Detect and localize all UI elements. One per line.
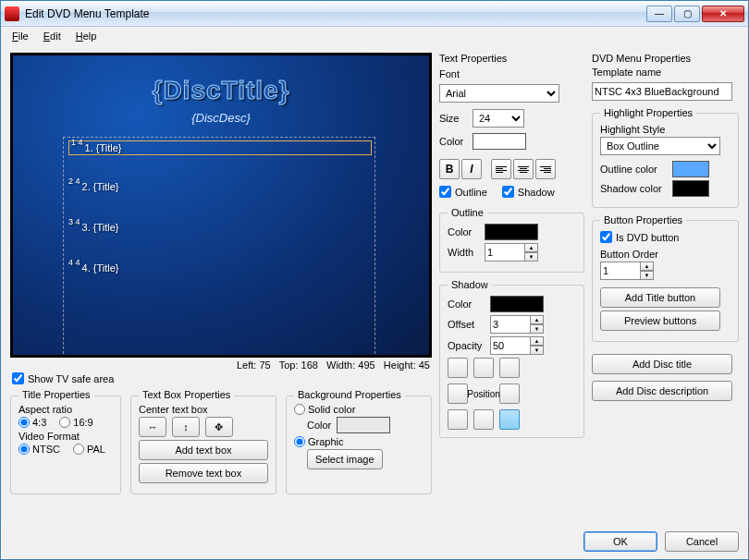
cancel-button[interactable]: Cancel xyxy=(665,531,739,552)
outline-width-input[interactable] xyxy=(485,243,525,262)
select-image-button[interactable]: Select image xyxy=(307,449,383,469)
pos-ml[interactable] xyxy=(448,383,468,404)
shadow-group: Shadow Color Offset ▲▼ Opacity ▲▼ Positi… xyxy=(439,279,584,438)
menubar: File Edit Help xyxy=(1,27,748,45)
video-format-label: Video Format xyxy=(18,431,113,442)
title-properties-group: Title Properties Aspect ratio 4:3 16:9 V… xyxy=(10,396,121,494)
button-order-down[interactable]: ▼ xyxy=(640,271,654,280)
text-properties-header: Text Properties xyxy=(439,53,584,64)
button-order-input[interactable] xyxy=(600,262,641,280)
shadow-offset018-up[interactable]: ▲ xyxy=(530,315,544,324)
position-label: Position xyxy=(473,383,494,404)
highlight-style-label: Highlight Style xyxy=(600,124,731,135)
shadow-offset-input[interactable] xyxy=(490,315,531,334)
align-left-button[interactable] xyxy=(491,159,511,179)
dvd-preview[interactable]: {DiscTitle} {DiscDesc} 1 41. {Title} 2 4… xyxy=(13,55,429,355)
bg-solid-radio[interactable]: Solid color xyxy=(294,404,355,415)
title-row-2[interactable]: 2 42. {Title} xyxy=(68,181,118,192)
background-properties-group: Background Properties Solid color Color … xyxy=(286,396,432,494)
aspect-ratio-label: Aspect ratio xyxy=(18,404,113,415)
shadow-offset-down[interactable]: ▼ xyxy=(530,324,544,334)
window: Edit DVD Menu Template — ▢ ✕ File Edit H… xyxy=(0,0,749,560)
titlebar: Edit DVD Menu Template — ▢ ✕ xyxy=(1,1,748,27)
pos-tl[interactable] xyxy=(448,358,468,378)
center-vert-button[interactable]: ↕ xyxy=(172,417,200,437)
ntsc-radio[interactable]: NTSC xyxy=(18,444,60,455)
button-order-label: Button Order xyxy=(600,249,731,260)
center-both-button[interactable]: ✥ xyxy=(205,417,233,437)
disc-title[interactable]: {DiscTitle} xyxy=(153,76,290,105)
outline-width-down[interactable]: ▼ xyxy=(524,252,538,262)
menu-edit[interactable]: Edit xyxy=(38,29,67,43)
title-row-1[interactable]: 1 41. {Title} xyxy=(68,140,372,155)
align-right-button[interactable] xyxy=(535,159,556,179)
menu-file[interactable]: File xyxy=(6,29,34,43)
outline-checkbox[interactable]: Outline xyxy=(439,186,487,198)
pos-br[interactable] xyxy=(499,409,520,430)
title-row-4[interactable]: 4 44. {Title} xyxy=(68,262,118,274)
app-icon xyxy=(5,6,19,21)
button-order-up[interactable]: ▲ xyxy=(640,262,654,271)
shadow-color-swatch[interactable] xyxy=(490,296,544,312)
menu-help[interactable]: Help xyxy=(70,29,103,43)
center-textbox-label: Center text box xyxy=(139,404,268,415)
template-name-input[interactable] xyxy=(592,82,732,101)
show-safe-area-checkbox[interactable]: Show TV safe area xyxy=(12,372,114,384)
textbox-properties-group: Text Box Properties Center text box ↔ ↕ … xyxy=(130,396,276,494)
highlight-style-select[interactable]: Box Outline xyxy=(600,137,720,155)
align-center-button[interactable] xyxy=(513,159,534,179)
shadow-position-grid: Position xyxy=(448,358,520,430)
outline-color-swatch[interactable] xyxy=(485,224,538,240)
add-disc-desc-button[interactable]: Add Disc description xyxy=(592,381,732,401)
pos-tc[interactable] xyxy=(473,358,494,378)
pal-radio[interactable]: PAL xyxy=(73,444,105,455)
highlight-properties-group: Highlight Properties Highlight Style Box… xyxy=(592,107,739,208)
pos-mr[interactable] xyxy=(499,383,520,404)
font-label: Font xyxy=(439,68,584,79)
selection-frame[interactable] xyxy=(63,137,375,355)
pos-tr[interactable] xyxy=(499,358,520,378)
dvd-properties-header: DVD Menu Properties xyxy=(592,53,739,64)
bg-graphic-radio[interactable]: Graphic xyxy=(294,436,344,447)
add-disc-title-button[interactable]: Add Disc title xyxy=(592,354,732,374)
aspect-169-radio[interactable]: 16:9 xyxy=(59,417,92,428)
disc-desc[interactable]: {DiscDesc} xyxy=(191,111,251,125)
highlight-shadow-swatch[interactable] xyxy=(672,180,709,197)
button-properties-group: Button Properties Is DVD button Button O… xyxy=(592,214,739,342)
template-name-label: Template name xyxy=(592,67,739,78)
title-row-3[interactable]: 3 43. {Title} xyxy=(68,222,118,233)
font-select[interactable]: Arial xyxy=(439,84,559,103)
add-textbox-button[interactable]: Add text box xyxy=(139,440,268,460)
aspect-43-radio[interactable]: 4:3 xyxy=(18,417,46,428)
italic-button[interactable]: I xyxy=(461,159,482,179)
ok-button[interactable]: OK xyxy=(583,531,657,552)
status-line: Left: 75 Top: 168 Width: 495 Height: 45 xyxy=(10,358,432,371)
dialog-footer: OK Cancel xyxy=(1,526,748,559)
minimize-button[interactable]: — xyxy=(646,6,672,22)
maximize-button[interactable]: ▢ xyxy=(674,6,700,22)
pos-bl[interactable] xyxy=(448,409,468,430)
text-color-swatch[interactable] xyxy=(473,133,526,150)
center-horiz-button[interactable]: ↔ xyxy=(139,417,166,437)
show-safe-area-input[interactable] xyxy=(12,372,24,384)
is-dvd-button-checkbox[interactable]: Is DVD button xyxy=(600,231,679,243)
highlight-outline-swatch[interactable] xyxy=(672,161,709,177)
bg-color-swatch[interactable] xyxy=(337,417,390,433)
close-button[interactable]: ✕ xyxy=(702,6,744,22)
shadow-opacity-down[interactable]: ▼ xyxy=(530,346,544,355)
pos-bc[interactable] xyxy=(473,409,494,430)
shadow-opacity-input[interactable] xyxy=(490,336,531,355)
shadow-opacity-up[interactable]: ▲ xyxy=(530,336,544,346)
outline-width-up[interactable]: ▲ xyxy=(524,243,538,252)
size-select[interactable]: 24 xyxy=(473,109,524,128)
window-title: Edit DVD Menu Template xyxy=(25,7,646,20)
add-title-button[interactable]: Add Title button xyxy=(600,287,720,308)
bold-button[interactable]: B xyxy=(439,159,460,179)
size-label: Size xyxy=(439,113,467,124)
shadow-checkbox[interactable]: Shadow xyxy=(502,186,555,198)
bg-color-label: Color xyxy=(307,420,331,431)
remove-textbox-button[interactable]: Remove text box xyxy=(139,463,268,483)
outline-group: Outline Color Width ▲▼ xyxy=(439,207,584,273)
preview-frame: {DiscTitle} {DiscDesc} 1 41. {Title} 2 4… xyxy=(10,53,432,358)
preview-buttons-button[interactable]: Preview buttons xyxy=(600,310,720,331)
